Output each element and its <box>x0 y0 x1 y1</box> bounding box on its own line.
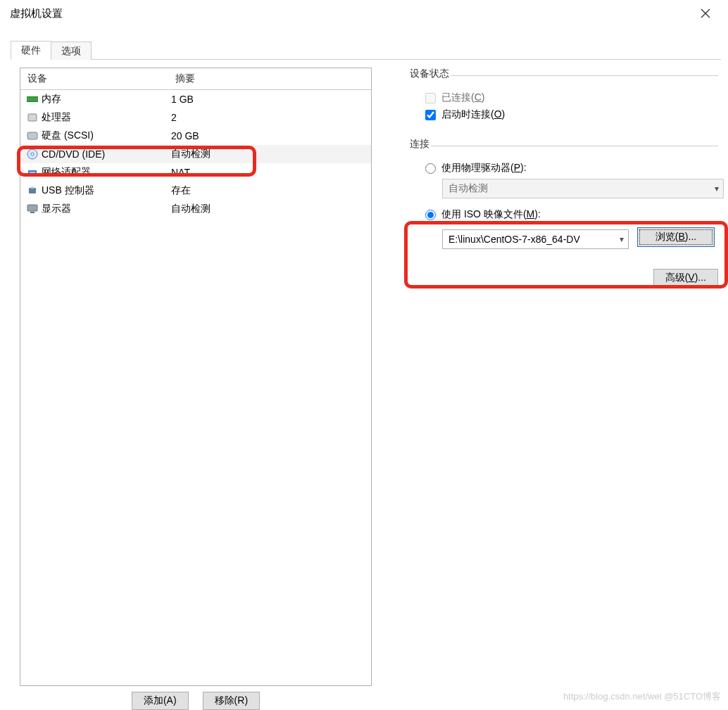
window-title: 虚拟机设置 <box>10 7 63 20</box>
svg-rect-11 <box>30 212 34 213</box>
chevron-down-icon: ▾ <box>615 234 624 244</box>
memory-icon <box>26 94 39 105</box>
fieldset-device-status: 设备状态 已连接(C) 启动时连接(O) <box>408 68 718 121</box>
device-list-header: 设备 摘要 <box>20 68 371 90</box>
column-summary: 摘要 <box>175 72 195 85</box>
radio-iso-file[interactable]: 使用 ISO 映像文件(M): <box>425 208 718 221</box>
display-icon <box>26 203 39 215</box>
svg-rect-9 <box>31 186 34 189</box>
checkbox-connected: 已连接(C) <box>425 91 718 104</box>
fieldset-line <box>408 75 718 76</box>
device-row-display[interactable]: 显示器 自动检测 <box>20 200 371 218</box>
browse-button[interactable]: 浏览(B)... <box>637 227 715 247</box>
fieldset-line <box>408 146 718 146</box>
usb-icon <box>26 185 39 196</box>
checkbox-connected-input <box>425 93 436 103</box>
window-titlebar: 虚拟机设置 <box>0 0 728 27</box>
device-row-disk[interactable]: 硬盘 (SCSI) 20 GB <box>20 127 371 145</box>
device-name: 内存 <box>42 93 61 106</box>
tabstrip: 硬件 选项 <box>11 40 91 60</box>
checkbox-connect-at-poweron-input[interactable] <box>425 110 436 120</box>
advanced-button[interactable]: 高级(V)... <box>653 269 718 287</box>
svg-rect-1 <box>27 97 38 101</box>
device-name: CD/DVD (IDE) <box>42 148 105 160</box>
device-name: 显示器 <box>42 203 71 215</box>
add-button[interactable]: 添加(A) <box>132 692 189 710</box>
device-row-cd[interactable]: CD/DVD (IDE) 自动检测 <box>20 145 371 163</box>
device-name: 硬盘 (SCSI) <box>42 129 94 142</box>
tab-underline <box>11 59 721 60</box>
legend-device-status: 设备状态 <box>408 68 451 80</box>
svg-point-5 <box>31 153 34 156</box>
radio-physical-drive-label: 使用物理驱动器(P): <box>441 162 527 175</box>
network-icon <box>26 167 39 178</box>
checkbox-connect-at-poweron[interactable]: 启动时连接(O) <box>425 108 718 121</box>
device-summary: NAT <box>171 167 365 178</box>
svg-rect-3 <box>27 132 37 139</box>
svg-rect-10 <box>27 205 37 211</box>
device-name: 处理器 <box>42 111 71 124</box>
radio-physical-drive[interactable]: 使用物理驱动器(P): <box>425 162 718 175</box>
column-device: 设备 <box>27 72 175 85</box>
device-name: 网络适配器 <box>42 166 91 179</box>
device-summary: 自动检测 <box>171 203 365 215</box>
tab-options[interactable]: 选项 <box>51 42 92 60</box>
device-row-usb[interactable]: USB 控制器 存在 <box>20 182 371 200</box>
physical-drive-combo: 自动检测 ▾ <box>442 179 724 198</box>
device-row-cpu[interactable]: 处理器 2 <box>20 108 371 127</box>
chevron-down-icon: ▾ <box>710 184 719 194</box>
radio-physical-drive-input[interactable] <box>425 163 436 174</box>
checkbox-connected-label: 已连接(C) <box>441 91 484 104</box>
tab-hardware[interactable]: 硬件 <box>11 41 51 60</box>
device-row-memory[interactable]: 内存 1 GB <box>20 90 371 108</box>
iso-path-combo[interactable]: E:\linux\CentOS-7-x86_64-DV ▾ <box>442 229 629 249</box>
browse-button-label: 浏览(B)... <box>655 231 696 242</box>
device-summary: 20 GB <box>171 130 365 141</box>
close-icon[interactable] <box>693 1 718 26</box>
remove-button-label: 移除(R) <box>215 695 248 706</box>
physical-drive-value: 自动检测 <box>448 182 710 195</box>
device-summary: 存在 <box>171 184 365 197</box>
radio-iso-file-input[interactable] <box>425 210 436 220</box>
device-summary: 自动检测 <box>171 148 365 160</box>
device-summary: 1 GB <box>171 94 365 105</box>
watermark: https://blog.csdn.net/wei @51CTO博客 <box>563 690 721 703</box>
checkbox-connect-at-poweron-label: 启动时连接(O) <box>441 108 505 121</box>
device-action-bar: 添加(A) 移除(R) <box>20 692 372 710</box>
iso-path-value: E:\linux\CentOS-7-x86_64-DV <box>448 234 615 245</box>
device-name: USB 控制器 <box>42 184 94 197</box>
legend-connection: 连接 <box>408 138 431 151</box>
svg-rect-2 <box>28 114 37 121</box>
svg-rect-7 <box>30 172 35 175</box>
svg-rect-8 <box>29 188 36 194</box>
advanced-button-label: 高级(V)... <box>665 272 706 283</box>
cpu-icon <box>26 112 39 123</box>
add-button-label: 添加(A) <box>144 695 177 706</box>
disk-icon <box>26 130 39 141</box>
device-row-network[interactable]: 网络适配器 NAT <box>20 163 371 182</box>
radio-iso-file-label: 使用 ISO 映像文件(M): <box>441 208 541 221</box>
cd-icon <box>26 148 39 160</box>
fieldset-connection: 连接 使用物理驱动器(P): 自动检测 ▾ 使用 ISO 映像文件(M): <box>408 138 718 249</box>
device-list-panel: 设备 摘要 内存 1 GB 处理器 2 <box>20 68 372 686</box>
remove-button[interactable]: 移除(R) <box>203 692 260 710</box>
device-summary: 2 <box>171 112 365 123</box>
